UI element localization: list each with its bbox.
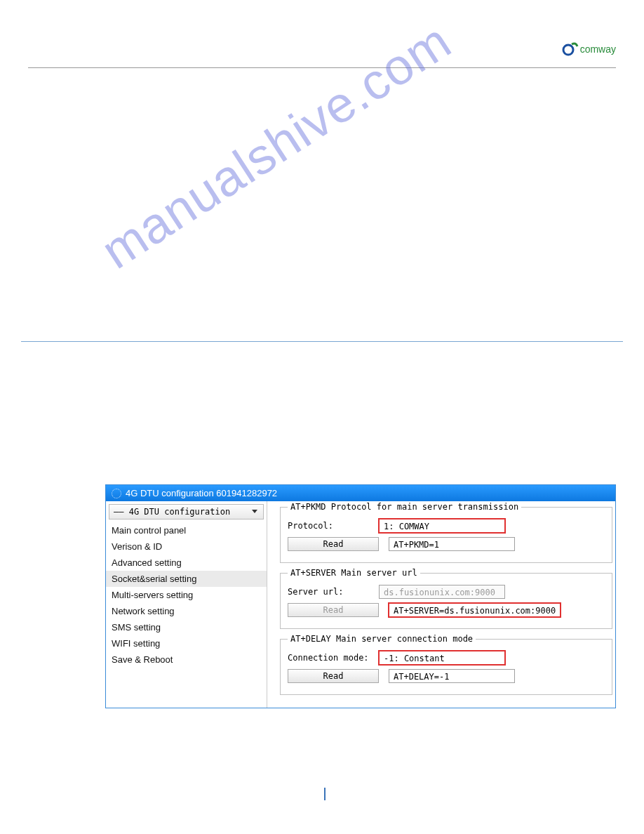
setting-group: AT+SERVER Main server urlServer url:ds.f… (280, 573, 612, 629)
read-button[interactable]: Read (288, 669, 379, 683)
header-divider (28, 67, 616, 68)
field-value[interactable]: 1: COMWAY (379, 519, 505, 533)
sidebar-item[interactable]: Main control panel (106, 522, 267, 538)
sidebar-item[interactable]: Socket&serial setting (106, 571, 267, 587)
sidebar-item[interactable]: WIFI setting (106, 635, 267, 651)
svg-point-0 (563, 45, 573, 55)
setting-group: AT+PKMD Protocol for main server transmi… (280, 507, 612, 563)
field-label: Protocol: (288, 521, 379, 531)
brand-logo: comway (562, 42, 616, 56)
sidebar-item[interactable]: Save & Reboot (106, 651, 267, 668)
result-field[interactable]: AT+SERVER=ds.fusionunix.com:9000 (389, 603, 561, 617)
sidebar-item[interactable]: Multi-servers setting (106, 587, 267, 603)
sidebar-item[interactable]: Verison & ID (106, 538, 267, 555)
setting-group: AT+DELAY Main server connection modeConn… (280, 639, 612, 695)
sidebar-item[interactable]: Network setting (106, 603, 267, 619)
sidebar-item[interactable]: Advanced setting (106, 555, 267, 571)
chevron-down-icon (252, 510, 257, 513)
sidebar-item[interactable]: SMS setting (106, 619, 267, 635)
config-window: 4G DTU configuration 601941282972 —— 4G … (105, 484, 616, 708)
field-label: Server url: (288, 587, 379, 597)
page-number (318, 788, 326, 800)
field-label: Connection mode: (288, 653, 379, 663)
title-bar: 4G DTU configuration 601941282972 (106, 485, 615, 501)
sidebar: —— 4G DTU configuration Main control pan… (106, 501, 267, 708)
sidebar-dropdown-label: —— 4G DTU configuration (114, 507, 230, 517)
watermark-text: manualshive.com (91, 12, 461, 280)
brand-text: comway (580, 44, 616, 55)
window-title: 4G DTU configuration 601941282972 (126, 488, 277, 498)
logo-icon (562, 42, 579, 56)
field-value[interactable]: ds.fusionunix.com:9000 (379, 585, 505, 599)
main-panel: AT+PKMD Protocol for main server transmi… (267, 501, 615, 708)
page-num-divider (324, 788, 326, 800)
content-divider (21, 341, 623, 342)
field-value[interactable]: -1: Constant (379, 651, 505, 665)
group-title: AT+DELAY Main server connection mode (288, 634, 476, 644)
read-button: Read (288, 603, 379, 617)
app-icon (112, 489, 121, 498)
read-button[interactable]: Read (288, 537, 379, 551)
group-title: AT+PKMD Protocol for main server transmi… (288, 502, 521, 512)
result-field[interactable]: AT+PKMD=1 (389, 537, 515, 551)
group-title: AT+SERVER Main server url (288, 568, 420, 578)
result-field[interactable]: AT+DELAY=-1 (389, 669, 515, 683)
sidebar-dropdown[interactable]: —— 4G DTU configuration (109, 504, 264, 519)
